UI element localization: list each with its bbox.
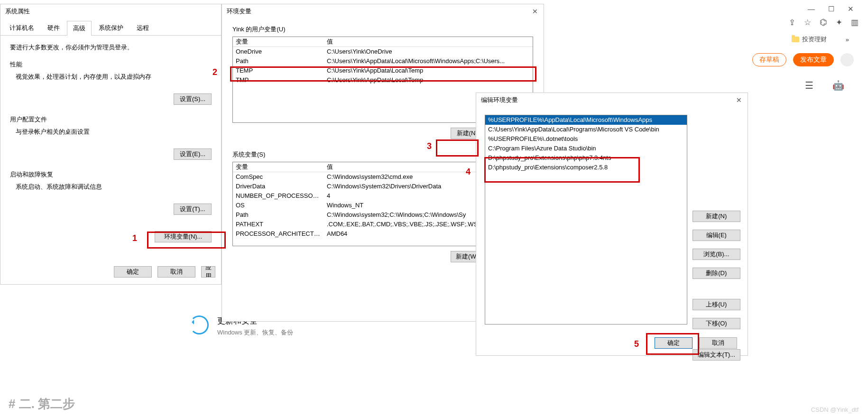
col-val: 值: [324, 37, 533, 46]
robot-icon[interactable]: 🤖: [832, 80, 844, 91]
publish-button[interactable]: 发布文章: [793, 53, 834, 66]
path-item: D:\phpstudy_pro\Extensions\composer2.5.8: [485, 163, 687, 172]
update-subtitle: Windows 更新、恢复、备份: [217, 328, 293, 337]
user-row: TEMPC:\Users\Yink\AppData\Local\Temp: [233, 66, 533, 75]
list-icon[interactable]: ☰: [805, 80, 813, 91]
user-row: TMPC:\Users\Yink\AppData\Local\Temp: [233, 75, 533, 85]
profiles-settings-button[interactable]: 设置(E)...: [174, 148, 212, 160]
path-item: D:\phpstudy_pro\Extensions\php\php7.3.4n…: [485, 153, 687, 163]
edit-button[interactable]: 编辑(E): [693, 230, 740, 241]
move-down-button[interactable]: 下移(O): [693, 318, 740, 329]
user-row: PathC:\Users\Yink\AppData\Local\Microsof…: [233, 56, 533, 66]
editvar-title-text: 编辑环境变量: [481, 96, 518, 103]
perf-text: 视觉效果，处理器计划，内存使用，以及虚拟内存: [16, 73, 212, 81]
envvars-title: 环境变量 ✕: [222, 4, 544, 19]
editvar-title: 编辑环境变量 ✕: [476, 93, 748, 107]
system-properties-dialog: 系统属性 计算机名 硬件 高级 系统保护 远程 要进行大多数更改，你必须作为管理…: [0, 4, 222, 285]
annotation-4: 4: [466, 167, 471, 177]
sysprops-ok-button[interactable]: 确定: [114, 266, 152, 278]
sysprops-tabs: 计算机名 硬件 高级 系统保护 远程: [0, 19, 221, 36]
refresh-icon: [190, 315, 209, 334]
path-item: %USERPROFILE%\.dotnet\tools: [485, 134, 687, 144]
window-controls: — ☐ ✕: [808, 5, 854, 13]
col-var: 变量: [233, 162, 324, 172]
overflow-icon[interactable]: »: [846, 36, 849, 43]
panel-icon[interactable]: ▥: [851, 18, 859, 28]
side-tools: ☰ 🤖: [805, 80, 844, 91]
path-item: %USERPROFILE%\AppData\Local\Microsoft\Wi…: [485, 115, 687, 125]
annotation-2: 2: [212, 67, 217, 77]
extension-icon[interactable]: ⌬: [820, 17, 827, 28]
path-list[interactable]: %USERPROFILE%\AppData\Local\Microsoft\Wi…: [485, 115, 687, 324]
share-icon[interactable]: ⇪: [789, 18, 795, 28]
editvar-ok-button[interactable]: 确定: [655, 337, 693, 349]
bookmark-bar: 投资理财 »: [792, 35, 849, 44]
perf-settings-button[interactable]: 设置(S)...: [174, 93, 212, 105]
move-up-button[interactable]: 上移(U): [693, 299, 740, 310]
annotation-3: 3: [427, 141, 432, 151]
save-draft-button[interactable]: 存草稿: [752, 53, 786, 66]
path-item: C:\Program Files\Azure Data Studio\bin: [485, 144, 687, 153]
tab-system-protection[interactable]: 系统保护: [92, 20, 129, 35]
edit-env-var-dialog: 编辑环境变量 ✕ %USERPROFILE%\AppData\Local\Mic…: [476, 93, 748, 356]
new-button[interactable]: 新建(N): [693, 211, 740, 222]
startup-title: 启动和故障恢复: [10, 170, 212, 179]
minimize-icon[interactable]: —: [808, 5, 815, 13]
close-icon[interactable]: ✕: [530, 7, 540, 16]
perf-title: 性能: [10, 60, 212, 69]
annotation-5: 5: [634, 339, 639, 349]
startup-text: 系统启动、系统故障和调试信息: [16, 183, 212, 191]
path-item: C:\Users\Yink\AppData\Local\Programs\Mic…: [485, 125, 687, 134]
envvars-title-text: 环境变量: [227, 8, 251, 15]
edit-text-button[interactable]: 编辑文本(T)...: [693, 349, 740, 361]
tab-remote[interactable]: 远程: [130, 20, 155, 35]
startup-settings-button[interactable]: 设置(T)...: [174, 204, 212, 215]
bookmark-label[interactable]: 投资理财: [802, 35, 827, 44]
profiles-title: 用户配置文件: [10, 115, 212, 124]
tab-computer-name[interactable]: 计算机名: [3, 20, 40, 35]
star-icon[interactable]: ☆: [804, 18, 811, 28]
editvar-cancel-button[interactable]: 取消: [699, 337, 737, 349]
folder-icon: [792, 37, 799, 42]
profiles-text: 与登录帐户相关的桌面设置: [16, 128, 212, 136]
tab-hardware[interactable]: 硬件: [41, 20, 66, 35]
user-vars-label: Yink 的用户变量(U): [232, 25, 533, 34]
admin-note: 要进行大多数更改，你必须作为管理员登录。: [10, 43, 212, 52]
watermark: CSDN @Yink_dtf: [811, 406, 859, 413]
maximize-icon[interactable]: ☐: [828, 5, 834, 13]
sysprops-cancel-button[interactable]: 取消: [157, 266, 195, 278]
close-icon[interactable]: ✕: [848, 5, 854, 13]
browser-toolbar: ⇪ ☆ ⌬ ✦ ▥: [789, 17, 859, 28]
delete-button[interactable]: 删除(D): [693, 268, 740, 279]
col-var: 变量: [233, 37, 324, 46]
sysprops-title: 系统属性: [0, 4, 221, 19]
step-heading: # 二. 第二步: [9, 396, 75, 412]
close-icon[interactable]: ✕: [734, 95, 744, 105]
env-vars-button[interactable]: 环境变量(N)...: [155, 231, 212, 242]
annotation-1: 1: [132, 233, 137, 243]
puzzle-icon[interactable]: ✦: [836, 18, 842, 28]
publish-bar: 存草稿 发布文章: [752, 53, 854, 66]
tab-advanced[interactable]: 高级: [67, 21, 92, 36]
sysprops-apply-button[interactable]: 应用: [201, 266, 215, 278]
user-row: OneDriveC:\Users\Yink\OneDrive: [233, 47, 533, 56]
browse-button[interactable]: 浏览(B)...: [693, 249, 740, 260]
avatar[interactable]: [840, 53, 854, 66]
